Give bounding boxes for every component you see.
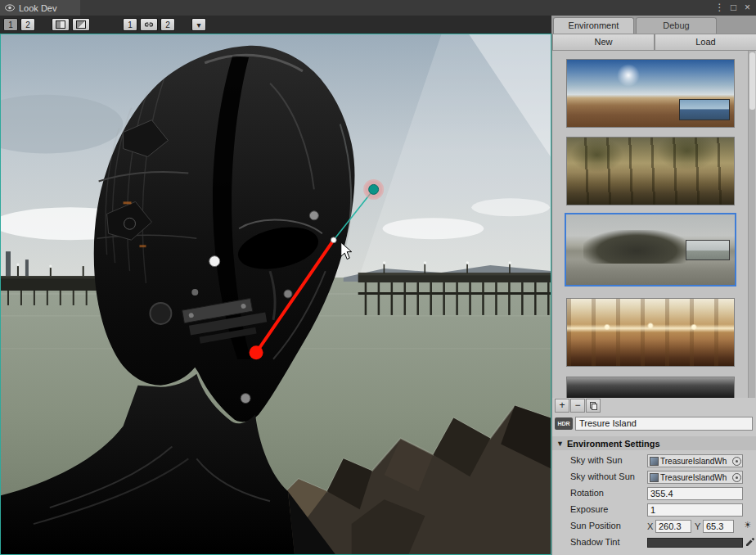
panel-tab-bar: Environment Debug [551,16,756,34]
new-environment-button[interactable]: New [552,34,655,51]
hdri-thumbnail-sunny-sky[interactable] [566,59,735,128]
shadow-tint-color-field[interactable] [647,538,743,548]
sky-with-sun-row: Sky with Sun TreasureIslandWh [552,453,756,469]
shadow-tint-label: Shadow Tint [570,537,620,547]
add-environment-button[interactable]: + [555,399,569,413]
sun-icon[interactable]: ☀ [744,520,752,530]
environment-settings-header[interactable]: ▼ Environment Settings [552,436,756,450]
side-by-side-view-button[interactable] [52,18,70,31]
sun-position-label: Sun Position [570,521,621,530]
sky-without-sun-value: TreasureIslandWh [660,473,731,482]
object-picker-icon[interactable] [731,455,742,467]
window-title: Look Dev [19,3,56,13]
sun-x-label: X [647,521,653,531]
rotation-field[interactable]: 355.4 [647,487,743,500]
scrollbar-thumb[interactable] [749,52,755,110]
split-view-button[interactable] [72,18,90,31]
exposure-field[interactable]: 1 [647,503,743,517]
sky-without-sun-row: Sky without Sun TreasureIslandWh [552,469,756,485]
duplicate-environment-button[interactable] [586,399,601,413]
lookdev-render-view[interactable] [0,34,551,555]
lookdev-eye-icon [5,4,15,11]
thumbnail-island-mound [583,230,691,264]
titlebar: Look Dev ⋮ □ × [0,0,756,16]
sun-position-row: Sun Position X 260.3 Y 65.3 ☀ [552,518,756,535]
maximize-icon[interactable]: □ [727,0,740,16]
thumbnail-inset-preview [686,240,730,260]
exposure-row: Exposure 1 [552,502,756,518]
single-view-2-button[interactable]: 2 [20,18,35,31]
sky-with-sun-object-field[interactable]: TreasureIslandWh [647,454,743,467]
foldout-icon[interactable]: ▼ [556,440,564,448]
split-vertical-icon [56,20,65,29]
thumbnail-scrollbar[interactable] [748,51,755,398]
split-diagonal-icon [76,20,86,29]
hdr-name-row: HDR Tresure Island [552,417,756,431]
environment-panel: New Load + − HDR Tresure Island ▼ Enviro… [551,34,756,555]
hdri-thumbnail-treasure-island[interactable] [565,213,736,287]
sun-y-label: Y [695,521,700,531]
hdri-thumbnail-dark[interactable] [566,377,735,398]
lookdev-toolbar: 1 2 1 2 ▾ [0,16,551,34]
single-view-1-button[interactable]: 1 [3,18,18,31]
sun-y-field[interactable]: 65.3 [703,520,734,533]
hdri-thumbnail-ballroom[interactable] [566,298,735,367]
tab-environment[interactable]: Environment [553,17,634,34]
duplicate-icon [587,399,600,412]
environment-1-button[interactable]: 1 [123,18,137,31]
eyedropper-icon[interactable] [745,537,755,548]
thumbnail-inset-preview [679,99,730,120]
window-tab[interactable]: Look Dev [0,0,80,16]
sky-without-sun-label: Sky without Sun [570,472,635,481]
gizmo-sun-handle[interactable] [369,184,379,194]
window-menu-icon[interactable]: ⋮ [713,0,727,16]
view-options-dropdown[interactable]: ▾ [191,18,206,31]
object-picker-icon[interactable] [731,472,742,483]
render-scene [1,34,551,554]
rotation-row: Rotation 355.4 [552,485,756,502]
hdr-badge-icon: HDR [555,417,573,430]
sky-with-sun-label: Sky with Sun [570,455,623,465]
sun-x-field[interactable]: 260.3 [655,520,691,533]
cubemap-icon [650,473,659,482]
hdri-thumbnail-forest[interactable] [566,137,735,205]
library-toolbar: New Load [552,34,756,51]
tab-debug[interactable]: Debug [636,17,717,34]
shadow-tint-row: Shadow Tint [552,535,756,551]
environment-name-field[interactable]: Tresure Island [575,417,753,431]
link-environments-button[interactable] [140,18,158,31]
exposure-label: Exposure [570,504,608,514]
window-controls: ⋮ □ × [713,0,754,16]
environment-2-button[interactable]: 2 [160,18,175,31]
thumbnail-sun-glare [617,64,640,87]
settings-header-label: Environment Settings [567,439,660,449]
sky-without-sun-object-field[interactable]: TreasureIslandWh [647,471,743,484]
remove-environment-button[interactable]: − [570,399,585,413]
library-actions: + − [552,398,756,414]
load-environment-button[interactable]: Load [655,34,756,51]
sky-with-sun-value: TreasureIslandWh [660,457,731,466]
gizmo-shadow-handle[interactable] [250,345,263,359]
link-icon [144,21,154,28]
cubemap-icon [650,457,659,466]
rotation-label: Rotation [570,488,604,498]
close-icon[interactable]: × [740,0,754,16]
hdri-thumbnail-list [552,51,756,398]
